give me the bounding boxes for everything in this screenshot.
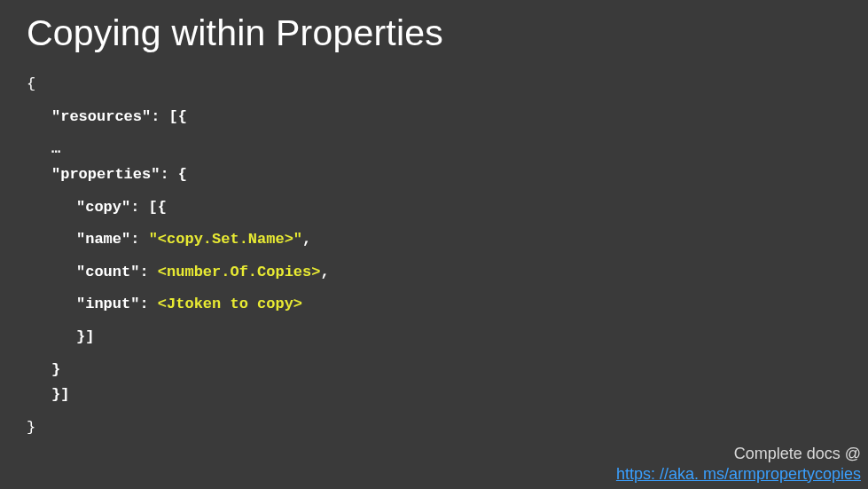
docs-link[interactable]: https: //aka. ms/armpropertycopies xyxy=(616,465,861,483)
code-key: "copy" xyxy=(76,199,130,216)
code-line: "input": <Jtoken to copy> xyxy=(27,294,868,316)
code-line: } xyxy=(27,359,868,382)
code-line: } xyxy=(27,417,868,439)
code-line: "name": "<copy.Set.Name>", xyxy=(27,229,868,251)
code-line: { xyxy=(27,74,868,96)
code-line: "resources": [{ xyxy=(27,106,868,129)
code-line: }] xyxy=(27,384,868,406)
code-key: "resources" xyxy=(51,108,151,125)
code-text: : xyxy=(130,231,148,248)
code-line: "properties": { xyxy=(27,164,868,186)
code-key: "name" xyxy=(76,231,130,248)
code-text: : { xyxy=(160,166,187,183)
code-value: <number.Of.Copies> xyxy=(158,264,321,280)
code-key: "input" xyxy=(76,296,139,312)
code-text: : [{ xyxy=(151,108,187,125)
code-line: … xyxy=(27,138,868,161)
code-key: "count" xyxy=(76,264,139,280)
code-line: "count": <number.Of.Copies>, xyxy=(27,262,868,284)
code-text: : xyxy=(139,296,157,312)
code-value: <Jtoken to copy> xyxy=(158,296,302,312)
slide: Copying within Properties { "resources":… xyxy=(0,0,868,489)
code-text: : [{ xyxy=(130,199,167,216)
code-block: { "resources": [{ … "properties": { "cop… xyxy=(0,54,868,439)
code-line: }] xyxy=(27,327,868,349)
footer-text: Complete docs @ xyxy=(616,444,861,464)
slide-title: Copying within Properties xyxy=(0,0,868,54)
footer: Complete docs @ https: //aka. ms/armprop… xyxy=(616,444,861,484)
code-key: "properties" xyxy=(51,166,160,183)
code-line: "copy": [{ xyxy=(27,197,868,219)
code-text: : xyxy=(139,264,157,280)
code-value: "<copy.Set.Name>" xyxy=(149,231,302,248)
code-text: , xyxy=(320,264,329,280)
code-text: , xyxy=(302,231,311,248)
